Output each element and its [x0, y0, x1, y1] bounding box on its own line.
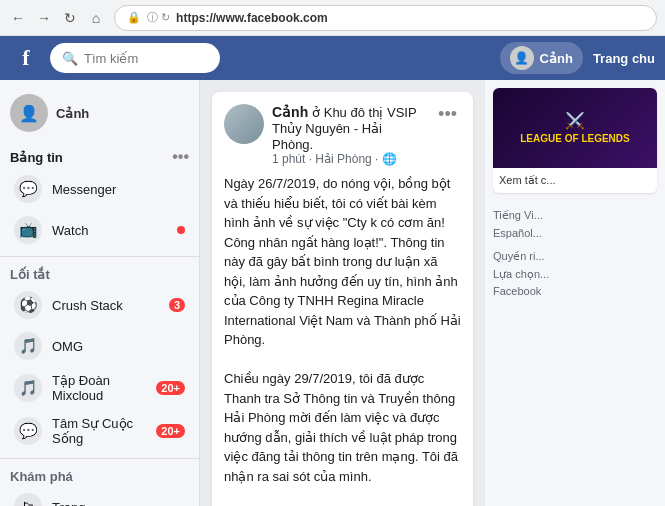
right-sidebar: ⚔️ LEAGUE OF LEGENDS Xem tất c... Tiếng … — [485, 80, 665, 506]
lang-item-0[interactable]: Tiếng Vi... — [493, 207, 657, 225]
fb-user-pill[interactable]: 👤 Cảnh — [500, 42, 583, 74]
ad-image: ⚔️ LEAGUE OF LEGENDS — [493, 88, 657, 168]
ad-text: Xem tất c... — [493, 168, 657, 193]
trang-chu-label[interactable]: Trang chu — [593, 51, 655, 66]
bang-tin-dots[interactable]: ••• — [172, 148, 189, 166]
refresh-button[interactable]: ↻ — [60, 8, 80, 28]
loi-tat-label: Lối tắt — [10, 267, 50, 282]
fb-search-bar[interactable]: 🔍 — [50, 43, 220, 73]
facebook-logo: f — [10, 42, 42, 74]
content-area: Cảnh ở Khu đô thị VSIP Thủy Nguyên - Hải… — [200, 80, 485, 506]
sidebar-item-label: Tâm Sự Cuộc Sống — [52, 416, 146, 446]
loi-tat-section-label: Lối tắt — [0, 263, 199, 284]
kham-pha-label: Khám phá — [10, 469, 73, 484]
address-bar[interactable]: 🔒 ⓘ ↻ https://www.facebook.com — [114, 5, 657, 31]
lang-section: Tiếng Vi... Español... Quyền ri... Lựa c… — [493, 201, 657, 307]
sidebar-item-tap-doan-mixcloud[interactable]: 🎵 Tập Đoàn Mixcloud 20+ — [4, 367, 195, 409]
sidebar-item-label: Messenger — [52, 182, 116, 197]
bang-tin-section: Bảng tin ••• — [0, 142, 199, 168]
fb-nav-right: 👤 Cảnh Trang chu — [500, 42, 655, 74]
post-author[interactable]: Cảnh ở Khu đô thị VSIP Thủy Nguyên - Hải… — [272, 104, 426, 152]
luc-chon-text: Lựa chọn... — [493, 266, 657, 284]
watch-notification-dot — [177, 226, 185, 234]
facebook-label: Facebook — [493, 283, 657, 301]
sidebar-item-watch[interactable]: 📺 Watch — [4, 210, 195, 250]
divider — [0, 256, 199, 257]
forward-button[interactable]: → — [34, 8, 54, 28]
fb-username: Cảnh — [540, 51, 573, 66]
sidebar-item-crush-stack[interactable]: ⚽ Crush Stack 3 — [4, 285, 195, 325]
sidebar-item-tam-su[interactable]: 💬 Tâm Sự Cuộc Sống 20+ — [4, 410, 195, 452]
back-button[interactable]: ← — [8, 8, 28, 28]
mixcloud-badge: 20+ — [156, 381, 185, 395]
rights-text: Quyền ri... — [493, 248, 657, 266]
post-header: Cảnh ở Khu đô thị VSIP Thủy Nguyên - Hải… — [224, 104, 461, 166]
search-input[interactable] — [84, 51, 204, 66]
ad-card: ⚔️ LEAGUE OF LEGENDS Xem tất c... — [493, 88, 657, 193]
author-name: Cảnh — [272, 104, 308, 120]
ad-title: LEAGUE OF LEGENDS — [520, 132, 629, 145]
lang-text: Tiếng Vi... Español... Quyền ri... Lựa c… — [493, 207, 657, 301]
url-text: https://www.facebook.com — [176, 11, 328, 25]
omg-icon: 🎵 — [14, 332, 42, 360]
home-button[interactable]: ⌂ — [86, 8, 106, 28]
messenger-icon: 💬 — [14, 175, 42, 203]
post-card: Cảnh ở Khu đô thị VSIP Thủy Nguyên - Hải… — [212, 92, 473, 506]
crush-stack-icon: ⚽ — [14, 291, 42, 319]
browser-chrome: ← → ↻ ⌂ 🔒 ⓘ ↻ https://www.facebook.com — [0, 0, 665, 36]
tam-su-icon: 💬 — [14, 417, 42, 445]
tam-su-badge: 20+ — [156, 424, 185, 438]
facebook-navbar: f 🔍 👤 Cảnh Trang chu — [0, 36, 665, 80]
avatar: 👤 — [510, 46, 534, 70]
sidebar-item-messenger[interactable]: 💬 Messenger — [4, 169, 195, 209]
crush-stack-badge: 3 — [169, 298, 185, 312]
browser-nav: ← → ↻ ⌂ — [8, 8, 106, 28]
divider — [0, 458, 199, 459]
bang-tin-label[interactable]: Bảng tin — [10, 150, 63, 165]
mixcloud-icon: 🎵 — [14, 374, 42, 402]
avatar: 👤 — [10, 94, 48, 132]
sidebar-item-label: Watch — [52, 223, 88, 238]
lang-item-1[interactable]: Español... — [493, 225, 657, 243]
watch-icon: 📺 — [14, 216, 42, 244]
url-info-icon: ⓘ ↻ — [147, 10, 170, 25]
sidebar-item-label: Crush Stack — [52, 298, 123, 313]
sidebar-item-label: Trang — [52, 500, 85, 507]
post-options-button[interactable]: ••• — [434, 104, 461, 125]
left-sidebar: 👤 Cảnh Bảng tin ••• 💬 Messenger 📺 Watch … — [0, 80, 200, 506]
ad-see-all[interactable]: Xem tất c... — [499, 174, 556, 186]
main-layout: 👤 Cảnh Bảng tin ••• 💬 Messenger 📺 Watch … — [0, 80, 665, 506]
post-body: Ngày 26/7/2019, do nóng vội, bồng bột và… — [224, 174, 461, 506]
post-avatar[interactable] — [224, 104, 264, 144]
trang-icon: 🏳 — [14, 493, 42, 506]
sidebar-item-label: Tập Đoàn Mixcloud — [52, 373, 146, 403]
post-time: 1 phút · Hải Phòng · 🌐 — [272, 152, 426, 166]
sidebar-user[interactable]: 👤 Cảnh — [0, 88, 199, 142]
lock-icon: 🔒 — [127, 11, 141, 24]
sidebar-item-trang[interactable]: 🏳 Trang — [4, 487, 195, 506]
sidebar-username: Cảnh — [56, 106, 89, 121]
search-icon: 🔍 — [62, 51, 78, 66]
post-meta: Cảnh ở Khu đô thị VSIP Thủy Nguyên - Hải… — [272, 104, 426, 166]
kham-pha-section-label: Khám phá — [0, 465, 199, 486]
sidebar-item-label: OMG — [52, 339, 83, 354]
sidebar-item-omg[interactable]: 🎵 OMG — [4, 326, 195, 366]
